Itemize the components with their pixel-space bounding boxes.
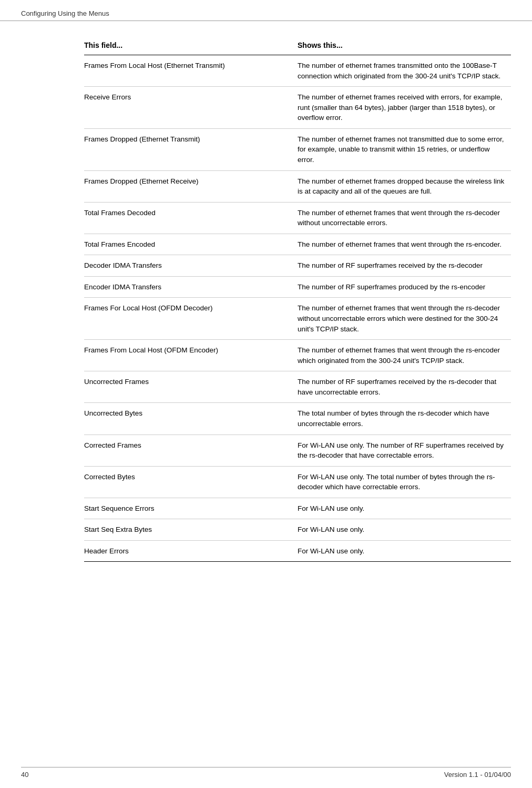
table-row: Uncorrected BytesThe total number of byt… bbox=[84, 403, 511, 435]
table-row: Frames From Local Host (OFDM Encoder)The… bbox=[84, 340, 511, 371]
table-row: Uncorrected FramesThe number of RF super… bbox=[84, 371, 511, 403]
field-description: For Wi-LAN use only. bbox=[298, 519, 511, 541]
field-name: Frames For Local Host (OFDM Decoder) bbox=[84, 298, 298, 340]
table-header-row: This field... Shows this... bbox=[84, 37, 511, 55]
table-row: Corrected FramesFor Wi-LAN use only. The… bbox=[84, 435, 511, 466]
field-description: The total number of bytes through the rs… bbox=[298, 403, 511, 435]
header-text: Configuring Using the Menus bbox=[21, 9, 109, 17]
footer-version: Version 1.1 - 01/04/00 bbox=[444, 771, 511, 779]
field-name: Frames From Local Host (OFDM Encoder) bbox=[84, 340, 298, 371]
field-description: The number of ethernet frames not transm… bbox=[298, 128, 511, 170]
table-row: Total Frames DecodedThe number of ethern… bbox=[84, 202, 511, 234]
field-description: For Wi-LAN use only. The number of RF su… bbox=[298, 435, 511, 466]
field-name: Receive Errors bbox=[84, 87, 298, 129]
field-name: Uncorrected Bytes bbox=[84, 403, 298, 435]
field-name: Uncorrected Frames bbox=[84, 371, 298, 403]
table-row: Frames Dropped (Ethernet Transmit)The nu… bbox=[84, 128, 511, 170]
field-name: Start Sequence Errors bbox=[84, 498, 298, 519]
col1-header: This field... bbox=[84, 37, 298, 55]
table-row: Header ErrorsFor Wi-LAN use only. bbox=[84, 540, 511, 562]
field-description: For Wi-LAN use only. bbox=[298, 540, 511, 562]
field-description: The number of ethernet frames received w… bbox=[298, 87, 511, 129]
field-name: Frames Dropped (Ethernet Transmit) bbox=[84, 128, 298, 170]
field-name: Frames From Local Host (Ethernet Transmi… bbox=[84, 55, 298, 87]
table-row: Start Sequence ErrorsFor Wi-LAN use only… bbox=[84, 498, 511, 519]
table-row: Start Seq Extra BytesFor Wi-LAN use only… bbox=[84, 519, 511, 541]
table-row: Frames Dropped (Ethernet Receive)The num… bbox=[84, 170, 511, 202]
page-header: Configuring Using the Menus bbox=[0, 0, 532, 21]
field-description: The number of ethernet frames transmitte… bbox=[298, 55, 511, 87]
field-description: The number of RF superframes received by… bbox=[298, 371, 511, 403]
field-name: Header Errors bbox=[84, 540, 298, 562]
table-row: Receive ErrorsThe number of ethernet fra… bbox=[84, 87, 511, 129]
field-name: Total Frames Encoded bbox=[84, 234, 298, 255]
table-row: Encoder IDMA TransfersThe number of RF s… bbox=[84, 276, 511, 298]
col2-header: Shows this... bbox=[298, 37, 511, 55]
field-description: The number of ethernet frames that went … bbox=[298, 298, 511, 340]
table-row: Frames From Local Host (Ethernet Transmi… bbox=[84, 55, 511, 87]
main-content: This field... Shows this... Frames From … bbox=[0, 21, 532, 593]
field-description: The number of RF superframes produced by… bbox=[298, 276, 511, 298]
field-description: The number of ethernet frames that went … bbox=[298, 202, 511, 234]
field-description: The number of ethernet frames dropped be… bbox=[298, 170, 511, 202]
field-name: Start Seq Extra Bytes bbox=[84, 519, 298, 541]
field-description: For Wi-LAN use only. bbox=[298, 498, 511, 519]
footer-page-number: 40 bbox=[21, 771, 28, 779]
field-description: The number of ethernet frames that went … bbox=[298, 234, 511, 255]
field-name: Decoder IDMA Transfers bbox=[84, 255, 298, 277]
field-description: The number of RF superframes received by… bbox=[298, 255, 511, 277]
field-name: Corrected Frames bbox=[84, 435, 298, 466]
field-name: Encoder IDMA Transfers bbox=[84, 276, 298, 298]
table-row: Decoder IDMA TransfersThe number of RF s… bbox=[84, 255, 511, 277]
field-name: Corrected Bytes bbox=[84, 466, 298, 498]
field-description: The number of ethernet frames that went … bbox=[298, 340, 511, 371]
field-description: For Wi-LAN use only. The total number of… bbox=[298, 466, 511, 498]
fields-table: This field... Shows this... Frames From … bbox=[84, 37, 511, 562]
table-row: Frames For Local Host (OFDM Decoder)The … bbox=[84, 298, 511, 340]
table-row: Total Frames EncodedThe number of ethern… bbox=[84, 234, 511, 255]
field-name: Frames Dropped (Ethernet Receive) bbox=[84, 170, 298, 202]
field-name: Total Frames Decoded bbox=[84, 202, 298, 234]
table-row: Corrected BytesFor Wi-LAN use only. The … bbox=[84, 466, 511, 498]
page-footer: 40 Version 1.1 - 01/04/00 bbox=[21, 767, 511, 779]
